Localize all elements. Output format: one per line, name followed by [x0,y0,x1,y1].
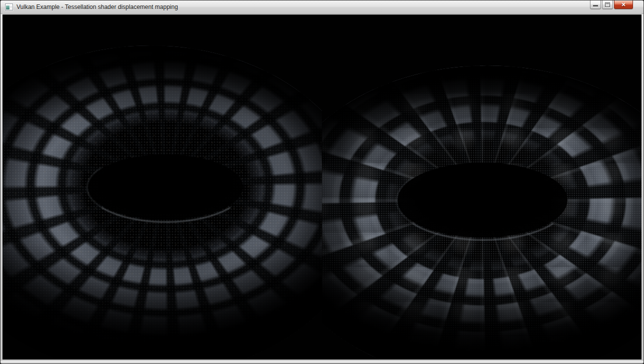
close-icon: ✕ [621,2,626,8]
maximize-button[interactable] [602,0,613,9]
maximize-icon [605,2,610,7]
app-icon [5,4,13,10]
title-bar[interactable]: Vulkan Example - Tessellation shader dis… [0,0,644,14]
viewport-displacement[interactable] [322,14,642,360]
torus-hole-rim-highlight [86,152,246,222]
torus-hole-rim-highlight [396,160,570,240]
vulkan-render-area[interactable] [2,14,642,360]
viewport-no-displacement[interactable] [2,14,322,360]
minimize-icon [593,5,598,6]
window-controls: ✕ [589,0,633,9]
close-button[interactable]: ✕ [614,0,633,9]
app-window: Vulkan Example - Tessellation shader dis… [0,0,644,364]
window-bottom-frame [0,360,644,364]
window-title: Vulkan Example - Tessellation shader dis… [16,4,178,10]
minimize-button[interactable] [590,0,601,9]
